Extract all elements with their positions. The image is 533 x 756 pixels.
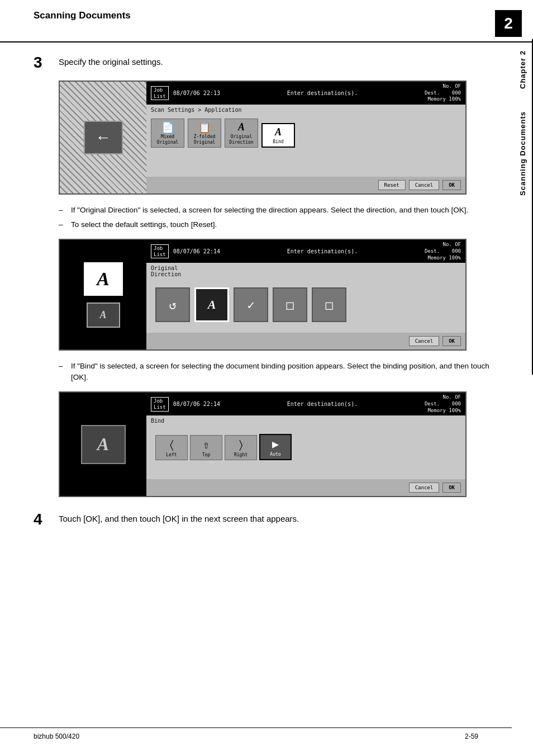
bullet3: – If "Bind" is selected, a screen for se… [59, 361, 499, 382]
screen3-bind-top[interactable]: ⇧ Top [190, 435, 222, 460]
right-sidebar: Chapter 2 Scanning Documents [512, 39, 533, 375]
screen1-subtitle: Scan Settings > Application [146, 105, 465, 114]
screen2-time: 08/07/06 22:14 [173, 248, 220, 254]
screen2-subtitle: Original Direction [146, 263, 465, 278]
screen1-left-panel: ← [60, 82, 146, 193]
screen3-bind-icon: A [81, 425, 126, 464]
screen3-subtitle: Bind [146, 415, 465, 425]
zfolded-icon: 📋 [198, 121, 211, 133]
mixed-original-icon: 📄 [161, 121, 174, 133]
zfolded-label: Z-foldedOriginal [194, 134, 216, 145]
screen1-option-zfolded[interactable]: 📋 Z-foldedOriginal [188, 119, 221, 148]
screen1-no-dest: No. OFDest. 000 [425, 83, 461, 96]
footer-product: bizhub 500/420 [34, 733, 79, 740]
bullet2: – To select the default settings, touch … [59, 219, 499, 230]
screen2-right-panel: JobList 08/07/06 22:14 Enter destination… [146, 240, 465, 349]
screen1-reset-button[interactable]: Reset [378, 180, 406, 190]
screen2-option-a[interactable]: A [194, 287, 229, 322]
bind-right-label: Right [234, 452, 248, 457]
screen3-top-bar: JobList 08/07/06 22:14 Enter destination… [146, 393, 465, 415]
chapter-badge: 2 [495, 10, 522, 37]
screen2-option-check[interactable]: ✓ [234, 287, 268, 322]
screen1-memory: Memory 100% [425, 96, 461, 103]
page-title: Scanning Documents [34, 10, 131, 21]
screen1-count-area: No. OFDest. 000 Memory 100% [425, 83, 461, 103]
footer-page: 2-59 [465, 733, 478, 740]
screen2-cancel-button[interactable]: Cancel [409, 336, 440, 346]
screen3-cancel-button[interactable]: Cancel [409, 483, 440, 493]
screen2-ok-button[interactable]: OK [442, 336, 461, 346]
screen2-body: ↺ A ✓ □ □ [146, 278, 465, 333]
bind-label-screen1: Bind [273, 139, 283, 145]
screen2-icon-a-large: A [84, 262, 123, 296]
check-icon: ✓ [247, 298, 254, 312]
direction-label: OriginalDirection [229, 134, 253, 145]
screen2-memory: Memory 100% [425, 255, 461, 262]
screen1-dest-label: Enter destination(s). [287, 90, 358, 96]
main-content: 3 Specify the original settings. ← JobLi… [0, 42, 533, 560]
screen1-right-panel: JobList 08/07/06 22:13 Enter destination… [146, 82, 465, 193]
bind-left-label: Left [166, 452, 177, 457]
bind-auto-icon: ▶ [272, 437, 279, 451]
screen3-mockup: A JobList 08/07/06 22:14 Enter destinati… [59, 391, 467, 497]
screen1-top-bar: JobList 08/07/06 22:13 Enter destination… [146, 82, 465, 105]
screen2-option-4[interactable]: □ [273, 287, 307, 322]
sidebar-section-label: Scanning Documents [518, 111, 527, 196]
step3-number: 3 [34, 54, 59, 72]
step3-text: Specify the original settings. [59, 54, 163, 67]
bullet3-dash: – [59, 361, 71, 372]
screen1-bottom-bar: Reset Cancel OK [146, 177, 465, 193]
screen3-left-panel: A [60, 393, 146, 496]
bullet-list-1: – If "Original Direction" is selected, a… [59, 205, 499, 230]
bind-top-icon: ⇧ [203, 438, 210, 451]
screen1-options-row: 📄 MixedOriginal 📋 Z-foldedOriginal A Ori… [151, 119, 461, 148]
screen3-time: 08/07/06 22:14 [173, 401, 220, 407]
screen3-job-list[interactable]: JobList [151, 397, 169, 412]
screen1-back-button[interactable]: ← [84, 121, 123, 154]
screen1-job-list[interactable]: JobList [151, 86, 169, 101]
screen3-bind-auto[interactable]: ▶ Auto [259, 434, 292, 460]
bind-icon-screen1: A [275, 126, 282, 138]
screen2-icon-small: A [87, 303, 120, 328]
screen3-body: 〈 Left ⇧ Top 〉 Right ▶ [146, 425, 465, 479]
screen3-top-bar-left: JobList 08/07/06 22:14 [151, 397, 220, 412]
screen2-job-list[interactable]: JobList [151, 244, 169, 259]
screen3-ok-button[interactable]: OK [442, 483, 461, 493]
icon4: □ [286, 298, 293, 312]
bullet1: – If "Original Direction" is selected, a… [59, 205, 499, 216]
bullet2-dash: – [59, 219, 71, 230]
page-header: Scanning Documents 2 [0, 0, 533, 42]
screen2-left-panel: A A [60, 240, 146, 349]
step4-number: 4 [34, 511, 59, 528]
screen1-mockup: ← JobList 08/07/06 22:13 Enter destinati… [59, 81, 467, 195]
screen1-ok-button[interactable]: OK [442, 180, 461, 190]
screen1-option-mixed[interactable]: 📄 MixedOriginal [151, 119, 184, 148]
screen2-option-5[interactable]: □ [312, 287, 346, 322]
mixed-original-label: MixedOriginal [157, 134, 179, 145]
screen1-option-direction[interactable]: A OriginalDirection [225, 119, 258, 148]
screen3-bottom-bar: Cancel OK [146, 479, 465, 496]
rotate-icon: ↺ [169, 298, 176, 312]
screen1-time: 08/07/06 22:13 [173, 90, 220, 96]
screen3-bind-right[interactable]: 〉 Right [225, 435, 257, 460]
screen1-top-bar-left: JobList 08/07/06 22:13 [151, 86, 220, 101]
screen2-top-bar-left: JobList 08/07/06 22:14 [151, 244, 220, 259]
screen2-option-rotate[interactable]: ↺ [155, 287, 190, 322]
screen2-options-row: ↺ A ✓ □ □ [151, 283, 461, 327]
bullet2-text: To select the default settings, touch [R… [71, 219, 499, 230]
screen3-no-dest: No. OFDest. 000 [425, 394, 461, 407]
screen2-no-dest: No. OFDest. 000 [425, 242, 461, 254]
sidebar-chapter-label: Chapter 2 [518, 50, 527, 89]
bind-left-icon: 〈 [170, 438, 174, 451]
screen2-mockup: A A JobList 08/07/06 22:14 Enter destina… [59, 239, 467, 351]
screen3-count-area: No. OFDest. 000 Memory 100% [425, 394, 461, 414]
screen2-dest-label: Enter destination(s). [287, 248, 358, 254]
screen1-cancel-button[interactable]: Cancel [409, 180, 440, 190]
screen3-bind-left[interactable]: 〈 Left [155, 435, 188, 460]
step4-text: Touch [OK], and then touch [OK] in the n… [59, 511, 299, 523]
step4-row: 4 Touch [OK], and then touch [OK] in the… [34, 511, 499, 528]
screen1-body: 📄 MixedOriginal 📋 Z-foldedOriginal A Ori… [146, 114, 465, 177]
screen1-option-bind[interactable]: A Bind [261, 123, 295, 148]
step3-row: 3 Specify the original settings. [34, 54, 499, 72]
bullet1-dash: – [59, 205, 71, 216]
